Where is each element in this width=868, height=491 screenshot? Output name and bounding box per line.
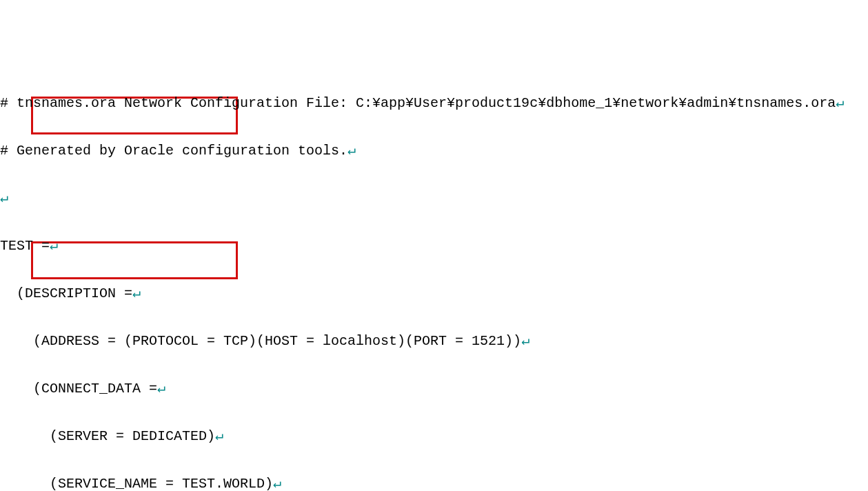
newline-icon: ↵: [521, 333, 529, 349]
code-line: (SERVER = DEDICATED)↵: [0, 428, 868, 444]
newline-icon: ↵: [836, 95, 844, 111]
newline-icon: ↵: [347, 143, 356, 159]
code-line: # Generated by Oracle configuration tool…: [0, 143, 868, 159]
newline-icon: ↵: [157, 381, 165, 397]
code-line: (CONNECT_DATA =↵: [0, 381, 868, 397]
code-line: (DESCRIPTION =↵: [0, 285, 868, 301]
code-line: (ADDRESS = (PROTOCOL = TCP)(HOST = local…: [0, 333, 868, 349]
newline-icon: ↵: [132, 285, 141, 301]
newline-icon: ↵: [273, 476, 281, 491]
code-line: TEST =↵: [0, 238, 868, 254]
newline-icon: ↵: [0, 190, 8, 206]
code-line: # tnsnames.ora Network Configuration Fil…: [0, 95, 868, 111]
newline-icon: ↵: [215, 428, 223, 444]
newline-icon: ↵: [50, 238, 58, 254]
editor-viewport[interactable]: # tnsnames.ora Network Configuration Fil…: [0, 0, 868, 491]
code-line: (SERVICE_NAME = TEST.WORLD)↵: [0, 476, 868, 491]
code-line: ↵: [0, 190, 868, 206]
